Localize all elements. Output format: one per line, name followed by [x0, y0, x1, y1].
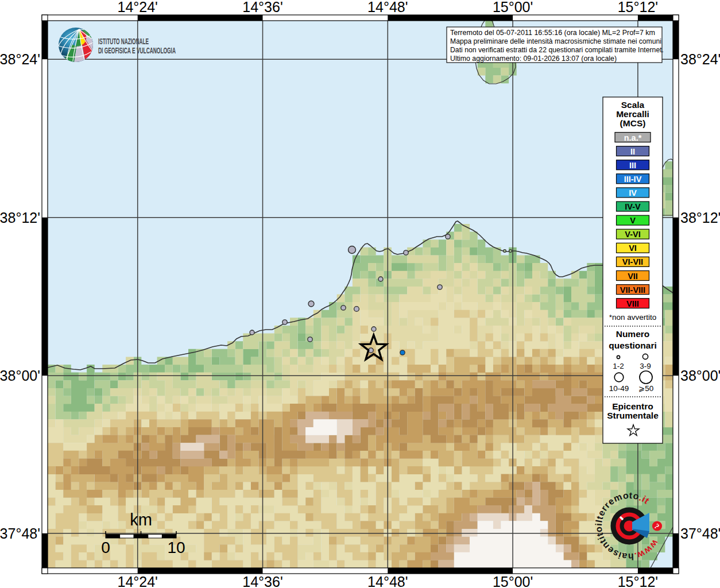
svg-text:Dati non verificati estratti d: Dati non verificati estratti da 22 quest… — [450, 45, 664, 54]
svg-text:questionari: questionari — [609, 341, 657, 350]
svg-text:15°12': 15°12' — [618, 574, 658, 588]
svg-text:3-9: 3-9 — [640, 362, 651, 370]
svg-text:38°00': 38°00' — [680, 368, 720, 384]
svg-text:Scala: Scala — [621, 100, 645, 110]
svg-text:15°00': 15°00' — [493, 0, 533, 15]
svg-text:14°24': 14°24' — [118, 0, 158, 15]
svg-text:n.a.*: n.a.* — [624, 133, 642, 142]
svg-text:VI-VII: VI-VII — [622, 257, 643, 266]
svg-text:⩾50: ⩾50 — [638, 384, 653, 393]
svg-text:II: II — [630, 147, 635, 156]
svg-text:14°24': 14°24' — [118, 574, 158, 588]
svg-text:Numero: Numero — [616, 329, 650, 339]
svg-text:Strumentale: Strumentale — [607, 411, 659, 420]
svg-text:*non avvertito: *non avvertito — [609, 313, 657, 322]
svg-text:Epicentro: Epicentro — [612, 401, 653, 411]
svg-text:VIII: VIII — [626, 299, 639, 308]
svg-text:38°24': 38°24' — [0, 51, 40, 67]
svg-text:14°36': 14°36' — [242, 0, 282, 15]
svg-text:ISTITUTO NAZIONALE: ISTITUTO NAZIONALE — [98, 37, 149, 46]
svg-text:38°00': 38°00' — [0, 368, 40, 384]
svg-text:Mappa preliminare delle intens: Mappa preliminare delle intensità macros… — [450, 37, 661, 45]
svg-text:(MCS): (MCS) — [620, 118, 646, 128]
svg-text:III-IV: III-IV — [624, 175, 642, 184]
svg-text:38°12': 38°12' — [680, 210, 720, 226]
svg-text:DI GEOFISICA E VULCANOLOGIA: DI GEOFISICA E VULCANOLOGIA — [98, 46, 176, 55]
svg-text:km: km — [130, 510, 152, 529]
svg-text:Terremoto del 05-07-2011 16:55: Terremoto del 05-07-2011 16:55:16 (ora l… — [450, 28, 655, 37]
svg-text:Mercalli: Mercalli — [616, 109, 649, 119]
svg-text:14°48': 14°48' — [367, 0, 408, 15]
svg-text:15°00': 15°00' — [493, 574, 533, 588]
svg-text:Ultimo aggiornamento: 09-01-20: Ultimo aggiornamento: 09-01-2026 13:07 (… — [450, 54, 617, 63]
svg-text:0: 0 — [101, 539, 110, 556]
svg-text:37°48': 37°48' — [0, 525, 40, 541]
svg-text:V: V — [630, 216, 636, 225]
svg-text:VI: VI — [629, 243, 637, 253]
svg-text:1-2: 1-2 — [613, 362, 624, 370]
svg-text:III: III — [629, 161, 636, 170]
svg-text:IV-V: IV-V — [625, 202, 641, 211]
svg-text:VII: VII — [628, 272, 638, 281]
svg-text:VII-VIII: VII-VIII — [620, 285, 645, 295]
svg-text:38°12': 38°12' — [0, 210, 40, 226]
svg-text:15°12': 15°12' — [618, 0, 658, 15]
svg-text:37°48': 37°48' — [680, 525, 720, 541]
svg-text:38°24': 38°24' — [680, 51, 720, 67]
svg-text:10: 10 — [167, 539, 185, 556]
svg-text:V-VI: V-VI — [625, 230, 640, 239]
svg-text:14°36': 14°36' — [242, 574, 282, 588]
svg-text:10-49: 10-49 — [609, 384, 629, 393]
svg-text:14°48': 14°48' — [367, 574, 408, 588]
svg-text:IV: IV — [629, 188, 637, 198]
